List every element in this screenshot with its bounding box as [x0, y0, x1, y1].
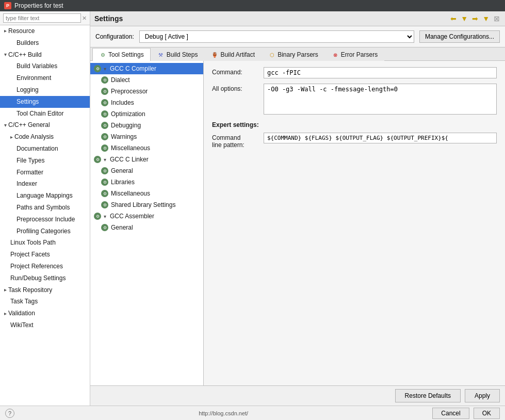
tab-build-artifact[interactable]: 🏺 Build Artifact [204, 48, 262, 61]
help-icon[interactable]: ? [5, 409, 14, 418]
tab-error-parsers[interactable]: ⊗ Error Parsers [325, 48, 384, 61]
sidebar-item-wikitext[interactable]: WikiText [0, 319, 90, 331]
sidebar-item-linux-tools-path[interactable]: Linux Tools Path [0, 237, 90, 249]
sidebar-item-paths-and-symbols[interactable]: Paths and Symbols [0, 202, 90, 214]
sidebar-item-validation[interactable]: ▸Validation [0, 308, 90, 319]
manage-configs-btn[interactable]: Manage Configurations... [419, 30, 500, 43]
tree-icon-preprocessor: ⚙ [101, 87, 109, 95]
sidebar-item-label-settings: Settings [17, 98, 39, 106]
nav-forward-btn[interactable]: ➡ [471, 13, 479, 24]
ok-btn[interactable]: OK [474, 408, 500, 419]
tree-item-libraries[interactable]: ⚙Libraries [90, 176, 203, 188]
sidebar-item-indexer[interactable]: Indexer [0, 178, 90, 190]
tree-item-label-dialect: Dialect [111, 76, 130, 84]
sidebar-item-label-indexer: Indexer [17, 180, 37, 188]
clear-filter-icon[interactable]: ✕ [82, 15, 87, 22]
restore-defaults-btn[interactable]: Restore Defaults [395, 389, 461, 402]
app-icon: P [4, 2, 11, 9]
sidebar-item-profiling-categories[interactable]: Profiling Categories [0, 225, 90, 237]
all-options-label: All options: [212, 84, 264, 92]
tree-icon-gcc-c-linker: ⚙ [93, 155, 102, 164]
nav-forward-dropdown-btn[interactable]: ▼ [481, 13, 491, 24]
window-title: Properties for test [14, 2, 63, 9]
sidebar-item-project-facets[interactable]: Project Facets [0, 249, 90, 261]
tab-binary-parsers[interactable]: ⬡ Binary Parsers [262, 48, 325, 61]
tab-tool-settings[interactable]: ⚙ Tool Settings [92, 48, 151, 61]
sidebar-item-label-language-mappings: Language Mappings [17, 191, 73, 200]
sidebar-item-logging[interactable]: Logging [0, 84, 90, 96]
tree-expand-arrow-gcc-c-linker: ▾ [104, 157, 106, 163]
apply-btn[interactable]: Apply [465, 389, 500, 402]
sidebar-item-code-analysis[interactable]: ▸Code Analysis [0, 131, 90, 143]
tree-icon-gcc-assembler: ⚙ [93, 212, 102, 220]
sidebar-item-label-c-cpp-build: C/C++ Build [8, 51, 42, 59]
cmd-pattern-input[interactable] [264, 133, 497, 143]
sidebar-item-preprocessor-include[interactable]: Preprocessor Include [0, 214, 90, 225]
sidebar-item-documentation[interactable]: Documentation [0, 143, 90, 155]
sidebar-item-label-code-analysis: Code Analysis [14, 133, 54, 141]
sidebar-item-label-environment: Environment [17, 74, 51, 83]
sidebar-item-label-wikitext: WikiText [10, 321, 34, 330]
tree-icon-libraries: ⚙ [101, 178, 109, 186]
sidebar-item-language-mappings[interactable]: Language Mappings [0, 190, 90, 202]
tab-tool-settings-label: Tool Settings [108, 51, 144, 58]
tree-item-optimization[interactable]: ⚙Optimization [90, 108, 203, 120]
tree-item-general2[interactable]: ⚙General [90, 222, 203, 233]
tab-bar: ⚙ Tool Settings ⚒ Build Steps 🏺 Build Ar… [90, 47, 505, 61]
sidebar-item-tool-chain-editor[interactable]: Tool Chain Editor [0, 108, 90, 120]
nav-close-btn[interactable]: ⊠ [493, 13, 501, 24]
tree-item-general[interactable]: ⚙General [90, 165, 203, 176]
tree-item-shared-library-settings[interactable]: ⚙Shared Library Settings [90, 199, 203, 211]
tree-item-misc2[interactable]: ⚙Miscellaneous [90, 188, 203, 199]
sidebar-item-project-references[interactable]: Project References [0, 261, 90, 272]
expert-settings-label: Expert settings: [212, 121, 497, 128]
sidebar-item-label-tool-chain-editor: Tool Chain Editor [17, 109, 63, 118]
nav-back-dropdown-btn[interactable]: ▼ [460, 13, 469, 24]
tree-item-label-gcc-assembler: GCC Assembler [110, 213, 154, 220]
tree-item-includes[interactable]: ⚙Includes [90, 97, 203, 108]
tree-expand-arrow-gcc-assembler: ▾ [104, 214, 106, 219]
tree-item-gcc-assembler[interactable]: ⚙▾GCC Assembler [90, 211, 203, 222]
command-input[interactable] [264, 67, 497, 78]
tree-icon-optimization: ⚙ [101, 110, 109, 118]
sidebar-item-task-repository[interactable]: ▸Task Repository [0, 284, 90, 296]
cmd-pattern-value-container [264, 133, 497, 143]
sidebar-item-builders[interactable]: Builders [0, 37, 90, 49]
tree-icon-misc2: ⚙ [101, 189, 109, 198]
sidebar-item-resource[interactable]: ▸Resource [0, 25, 90, 37]
tree-item-debugging[interactable]: ⚙Debugging [90, 120, 203, 131]
sidebar-item-run-debug-settings[interactable]: Run/Debug Settings [0, 272, 90, 284]
filter-input[interactable] [3, 13, 81, 23]
sidebar-item-build-variables[interactable]: Build Variables [0, 60, 90, 72]
sidebar-item-label-task-tags: Task Tags [10, 297, 38, 306]
sidebar-item-environment[interactable]: Environment [0, 72, 90, 84]
error-parsers-icon: ⊗ [332, 51, 339, 58]
title-bar: P Properties for test [0, 0, 505, 11]
tree-item-miscellaneous[interactable]: ⚙Miscellaneous [90, 142, 203, 154]
bottom-bar: Restore Defaults Apply [90, 385, 505, 406]
tree-icon-miscellaneous: ⚙ [101, 144, 109, 152]
tree-item-label-miscellaneous: Miscellaneous [111, 144, 150, 152]
tree-item-dialect[interactable]: ⚙Dialect [90, 74, 203, 86]
sidebar-item-task-tags[interactable]: Task Tags [0, 296, 90, 308]
cancel-btn[interactable]: Cancel [432, 408, 469, 419]
tree-item-warnings[interactable]: ⚙Warnings [90, 131, 203, 142]
tool-settings-icon: ⚙ [99, 51, 106, 58]
sidebar-item-label-resource: Resource [8, 27, 35, 36]
sidebar-item-label-build-variables: Build Variables [17, 62, 57, 71]
tree-item-preprocessor[interactable]: ⚙Preprocessor [90, 86, 203, 97]
tree-item-gcc-c-linker[interactable]: ⚙▾GCC C Linker [90, 154, 203, 165]
sidebar-item-c-cpp-build[interactable]: ▾C/C++ Build [0, 49, 90, 61]
tree-item-gcc-c-compiler[interactable]: ⚙▾GCC C Compiler [90, 63, 203, 74]
sidebar-item-formatter[interactable]: Formatter [0, 167, 90, 179]
tab-build-steps-label: Build Steps [167, 51, 198, 58]
tab-build-steps[interactable]: ⚒ Build Steps [151, 48, 205, 61]
sidebar-item-label-preprocessor-include: Preprocessor Include [17, 215, 75, 224]
sidebar-item-file-types[interactable]: File Types [0, 155, 90, 167]
sidebar-item-settings[interactable]: Settings [0, 96, 90, 108]
nav-back-btn[interactable]: ⬅ [449, 13, 458, 24]
sidebar-item-c-cpp-general[interactable]: ▾C/C++ General [0, 119, 90, 131]
config-select[interactable]: Debug [ Active ] [139, 30, 414, 43]
all-options-textarea[interactable] [264, 84, 497, 115]
expand-arrow-task-repository: ▸ [4, 286, 7, 294]
